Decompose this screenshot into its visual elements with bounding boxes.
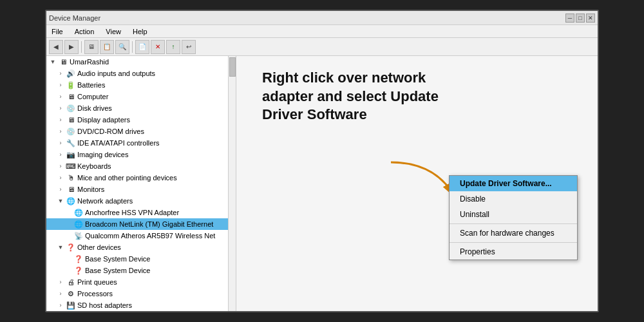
ctx-separator-2 xyxy=(450,242,577,243)
tree-item-disk[interactable]: › 💿 Disk drives xyxy=(46,102,236,114)
maximize-button[interactable]: □ xyxy=(576,14,585,23)
ide-icon: 🔧 xyxy=(66,138,76,147)
disk-icon: 💿 xyxy=(66,104,76,113)
tree-label: Base System Device xyxy=(85,267,150,274)
tree-label: Audio inputs and outputs xyxy=(77,70,155,77)
window-controls: ─ □ ✕ xyxy=(565,14,595,23)
tree-item-base-system-2[interactable]: ❓ Base System Device xyxy=(46,265,236,276)
keyboard-icon: ⌨ xyxy=(66,162,76,171)
tree-item-print[interactable]: › 🖨 Print queues xyxy=(46,276,236,288)
ctx-disable[interactable]: Disable xyxy=(450,191,577,207)
menu-action[interactable]: Action xyxy=(72,26,97,37)
ctx-scan-hardware[interactable]: Scan for hardware changes xyxy=(450,225,577,241)
tree-item-monitors[interactable]: › 🖥 Monitors xyxy=(46,184,236,195)
tree-label: SD host adapters xyxy=(77,301,132,309)
menu-file[interactable]: File xyxy=(49,26,66,37)
expand-icon: › xyxy=(57,175,64,181)
scrollbar-thumb[interactable] xyxy=(229,57,236,77)
device-icon: ❓ xyxy=(73,266,84,275)
remove-button[interactable]: ✕ xyxy=(151,40,165,54)
tree-item-other-devices[interactable]: ▼ ❓ Other devices xyxy=(46,242,236,253)
rollback-button[interactable]: ↩ xyxy=(182,40,196,54)
tree-label: Keyboards xyxy=(77,162,111,170)
mouse-icon: 🖱 xyxy=(66,173,76,182)
scrollbar-track[interactable] xyxy=(228,56,236,311)
computer-icon-btn[interactable]: 🖥 xyxy=(84,40,99,54)
processor-icon: ⚙ xyxy=(66,289,76,298)
toolbar: ◀ ▶ 🖥 📋 🔍 📄 ✕ ↑ ↩ xyxy=(46,38,598,56)
expand-icon: › xyxy=(57,140,64,146)
title-bar: Device Manager ─ □ ✕ xyxy=(46,11,598,25)
tree-label: Anchorfree HSS VPN Adapter xyxy=(85,209,179,216)
tree-label: Base System Device xyxy=(85,255,150,263)
tree-item-processors[interactable]: › ⚙ Processors xyxy=(46,288,236,299)
tree-item-ide[interactable]: › 🔧 IDE ATA/ATAPI controllers xyxy=(46,137,236,149)
tree-label: IDE ATA/ATAPI controllers xyxy=(77,139,160,147)
expand-icon: › xyxy=(57,186,64,193)
expand-icon: › xyxy=(57,128,64,135)
device-tree-panel: ▼ 🖥 UmarRashid › 🔊 Audio inputs and outp… xyxy=(46,56,236,311)
main-content: ▼ 🖥 UmarRashid › 🔊 Audio inputs and outp… xyxy=(46,56,598,311)
tree-item-mice[interactable]: › 🖱 Mice and other pointing devices xyxy=(46,172,236,184)
instruction-line2: adapter and select Update xyxy=(262,88,439,104)
ctx-properties[interactable]: Properties xyxy=(450,244,577,260)
expand-icon: ▼ xyxy=(57,198,64,204)
expand-icon: › xyxy=(57,279,64,285)
expand-icon: ▼ xyxy=(49,59,57,65)
expand-icon: › xyxy=(57,82,64,88)
adapter-icon: 📡 xyxy=(73,231,84,240)
ctx-update-driver[interactable]: Update Driver Software... xyxy=(450,176,577,191)
search-button[interactable]: 🔍 xyxy=(115,40,129,54)
tree-item-imaging[interactable]: › 📷 Imaging devices xyxy=(46,149,236,160)
tree-item-anchorfree[interactable]: 🌐 Anchorfree HSS VPN Adapter xyxy=(46,207,236,218)
expand-icon: › xyxy=(57,70,64,77)
tree-label: Batteries xyxy=(77,81,105,89)
properties-button[interactable]: 📋 xyxy=(100,40,114,54)
tree-label: Network adapters xyxy=(77,197,133,205)
back-button[interactable]: ◀ xyxy=(49,40,63,54)
expand-icon: ▼ xyxy=(57,244,64,251)
menu-bar: File Action View Help xyxy=(46,25,598,38)
expand-icon: › xyxy=(57,151,64,158)
tree-item-umarrashid[interactable]: ▼ 🖥 UmarRashid xyxy=(46,56,236,68)
minimize-button[interactable]: ─ xyxy=(565,14,574,23)
ctx-uninstall[interactable]: Uninstall xyxy=(450,207,577,222)
print-icon: 🖨 xyxy=(66,278,76,287)
other-icon: ❓ xyxy=(66,243,76,252)
forward-button[interactable]: ▶ xyxy=(64,40,79,54)
device-icon: ❓ xyxy=(73,254,84,263)
toolbar-separator2 xyxy=(132,41,133,53)
expand-icon: › xyxy=(57,163,64,169)
right-panel: Right click over network adapter and sel… xyxy=(236,56,598,311)
instruction-line1: Right click over network xyxy=(262,70,426,86)
tree-label: Display adapters xyxy=(77,116,130,124)
tree-item-batteries[interactable]: › 🔋 Batteries xyxy=(46,79,236,91)
tree-label: Imaging devices xyxy=(77,151,129,158)
tree-item-display[interactable]: › 🖥 Display adapters xyxy=(46,114,236,126)
menu-help[interactable]: Help xyxy=(130,26,150,37)
tree-item-audio[interactable]: › 🔊 Audio inputs and outputs xyxy=(46,68,236,79)
ctx-separator-1 xyxy=(450,223,577,224)
update-button[interactable]: ↑ xyxy=(166,40,180,54)
tree-label: UmarRashid xyxy=(70,58,109,66)
tree-item-base-system-1[interactable]: ❓ Base System Device xyxy=(46,253,236,265)
tree-item-broadcom[interactable]: 🌐 Broadcom NetLink (TM) Gigabit Ethernet xyxy=(46,218,236,230)
tree-label: DVD/CD-ROM drives xyxy=(77,128,144,135)
tree-item-sd[interactable]: › 💾 SD host adapters xyxy=(46,299,236,311)
context-menu: Update Driver Software... Disable Uninst… xyxy=(449,175,578,260)
tree-item-network[interactable]: ▼ 🌐 Network adapters xyxy=(46,195,236,207)
tree-item-keyboards[interactable]: › ⌨ Keyboards xyxy=(46,160,236,172)
tree-item-qualcomm[interactable]: 📡 Qualcomm Atheros AR5B97 Wireless Net xyxy=(46,230,236,242)
tree-label: Computer xyxy=(77,93,108,100)
tree-item-computer[interactable]: › 🖥 Computer xyxy=(46,91,236,102)
imaging-icon: 📷 xyxy=(66,150,76,159)
window-title: Device Manager xyxy=(49,14,565,22)
expand-icon: › xyxy=(57,290,64,297)
tree-item-dvd[interactable]: › 💿 DVD/CD-ROM drives xyxy=(46,126,236,137)
expand-icon: › xyxy=(57,117,64,123)
menu-view[interactable]: View xyxy=(103,26,124,37)
tree-label: Broadcom NetLink (TM) Gigabit Ethernet xyxy=(85,220,213,228)
scan-button[interactable]: 📄 xyxy=(135,40,149,54)
close-button[interactable]: ✕ xyxy=(586,14,595,23)
monitor-icon: 🖥 xyxy=(66,185,76,194)
